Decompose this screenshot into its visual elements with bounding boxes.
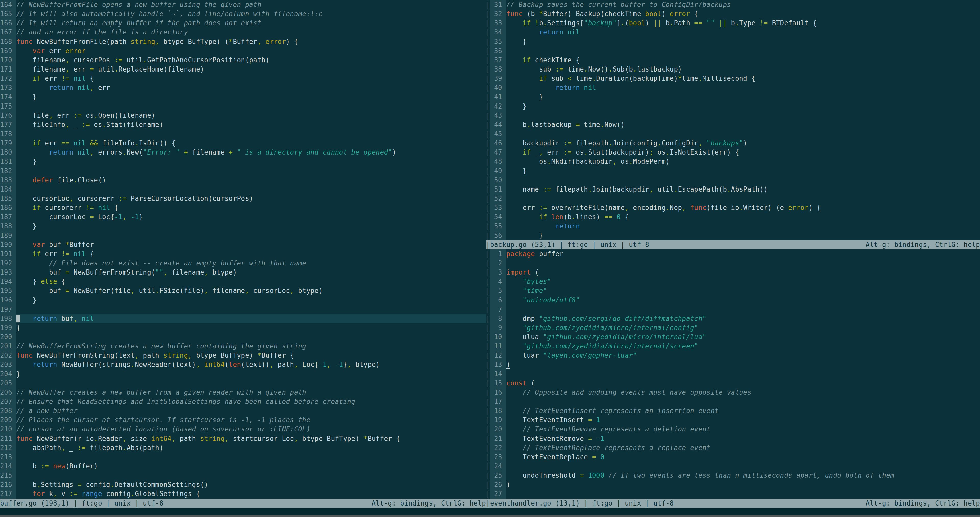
code-line-183[interactable]: 183 defer file.Close() [0, 176, 486, 185]
code-line-172[interactable]: 172 if err != nil { [0, 74, 486, 83]
code-line-203[interactable]: 203 return NewBuffer(strings.NewReader(t… [0, 360, 486, 369]
code-line-53[interactable]: | 53 err := overwriteFile(name, encoding… [486, 203, 980, 212]
code-line-41[interactable]: | 41 } [486, 92, 980, 101]
code-line-35[interactable]: | 35 } [486, 37, 980, 46]
code-line-188[interactable]: 188 } [0, 222, 486, 231]
code-line-49[interactable]: | 49 } [486, 166, 980, 176]
code-line-40[interactable]: | 40 return nil [486, 83, 980, 92]
code-line-56[interactable]: | 56 } [486, 231, 980, 240]
code-line-36[interactable]: | 36 [486, 46, 980, 56]
code-line-174[interactable]: 174 } [0, 92, 486, 101]
code-line-55[interactable]: | 55 return [486, 222, 980, 231]
code-line-52[interactable]: | 52 [486, 194, 980, 203]
code-line-185[interactable]: 185 cursorLoc, cursorerr := ParseCursorL… [0, 194, 486, 203]
code-line-184[interactable]: 184 [0, 185, 486, 194]
code-line-42[interactable]: | 42 } [486, 102, 980, 111]
code-line-211[interactable]: 211 func NewBuffer(r io.Reader, size int… [0, 434, 486, 443]
code-line-38[interactable]: | 38 sub := time.Now().Sub(b.lastbackup) [486, 65, 980, 74]
code-line-5[interactable]: | 5 "time" [486, 286, 980, 295]
code-line-17[interactable]: | 17 [486, 397, 980, 406]
code-line-175[interactable]: 175 [0, 102, 486, 111]
code-line-173[interactable]: 173 return nil, err [0, 83, 486, 92]
code-line-186[interactable]: 186 if cursorerr != nil { [0, 203, 486, 212]
code-line-193[interactable]: 193 buf = NewBufferFromString("", filena… [0, 268, 486, 277]
code-line-45[interactable]: | 45 [486, 129, 980, 139]
code-line-48[interactable]: | 48 os.Mkdir(backupdir, os.ModePerm) [486, 157, 980, 166]
code-line-19[interactable]: | 19 TextEventInsert = 1 [486, 415, 980, 424]
code-line-11[interactable]: | 11 "github.com/zyedidia/micro/internal… [486, 341, 980, 351]
code-line-190[interactable]: 190 var buf *Buffer [0, 240, 486, 249]
code-line-178[interactable]: 178 [0, 129, 486, 139]
code-line-54[interactable]: | 54 if len(b.lines) == 0 { [486, 212, 980, 222]
command-line[interactable] [0, 508, 980, 515]
code-line-191[interactable]: 191 if err != nil { [0, 249, 486, 258]
code-line-1[interactable]: | 1 package buffer [486, 249, 980, 258]
code-line-14[interactable]: | 14 [486, 369, 980, 378]
code-line-206[interactable]: 206 // NewBuffer creates a new buffer fr… [0, 388, 486, 397]
code-line-50[interactable]: | 50 [486, 176, 980, 185]
code-line-33[interactable]: | 33 if !b.Settings["backup"].(bool) || … [486, 18, 980, 27]
pane-buffer-go[interactable]: 164 // NewBufferFromFile opens a new buf… [0, 0, 486, 499]
code-line-212[interactable]: 212 absPath, _ := filepath.Abs(path) [0, 443, 486, 452]
code-line-46[interactable]: | 46 backupdir := filepath.Join(config.C… [486, 139, 980, 148]
code-line-164[interactable]: 164 // NewBufferFromFile opens a new buf… [0, 0, 486, 9]
code-line-171[interactable]: 171 filename, err = util.ReplaceHome(fil… [0, 65, 486, 74]
code-line-179[interactable]: 179 if err == nil && fileInfo.IsDir() { [0, 139, 486, 148]
code-line-199[interactable]: 199 } [0, 323, 486, 332]
code-line-216[interactable]: 216 b.Settings = config.DefaultCommonSet… [0, 480, 486, 489]
code-line-200[interactable]: 200 [0, 332, 486, 341]
code-line-24[interactable]: | 24 [486, 461, 980, 471]
code-line-7[interactable]: | 7 [486, 305, 980, 314]
code-line-176[interactable]: 176 file, err := os.Open(filename) [0, 111, 486, 120]
code-line-166[interactable]: 166 // It will return an empty buffer if… [0, 18, 486, 27]
code-line-167[interactable]: 167 // and an error if the file is a dir… [0, 27, 486, 37]
code-line-168[interactable]: 168 func NewBufferFromFile(path string, … [0, 37, 486, 46]
code-line-34[interactable]: | 34 return nil [486, 27, 980, 37]
code-line-215[interactable]: 215 [0, 471, 486, 480]
code-line-16[interactable]: | 16 // Opposite and undoing events must… [486, 388, 980, 397]
code-line-8[interactable]: | 8 dmp "github.com/sergi/go-diff/diffma… [486, 314, 980, 323]
code-line-21[interactable]: | 21 TextEventRemove = -1 [486, 434, 980, 443]
code-line-205[interactable]: 205 [0, 378, 486, 388]
code-line-213[interactable]: 213 [0, 452, 486, 461]
code-line-4[interactable]: | 4 "bytes" [486, 277, 980, 286]
code-line-204[interactable]: 204 } [0, 369, 486, 378]
code-line-202[interactable]: 202 func NewBufferFromString(text, path … [0, 351, 486, 360]
code-line-187[interactable]: 187 cursorLoc = Loc{-1, -1} [0, 212, 486, 222]
code-line-197[interactable]: 197 [0, 305, 486, 314]
code-line-209[interactable]: 209 // Places the cursor at startcursor.… [0, 415, 486, 424]
code-line-2[interactable]: | 2 [486, 258, 980, 268]
code-line-13[interactable]: | 13 ) [486, 360, 980, 369]
code-line-165[interactable]: 165 // It will also automatically handle… [0, 9, 486, 18]
code-line-194[interactable]: 194 } else { [0, 277, 486, 286]
code-line-181[interactable]: 181 } [0, 157, 486, 166]
code-line-207[interactable]: 207 // Ensure that ReadSettings and Init… [0, 397, 486, 406]
code-line-169[interactable]: 169 var err error [0, 46, 486, 56]
code-line-22[interactable]: | 22 // TextEventReplace represents a re… [486, 443, 980, 452]
code-line-39[interactable]: | 39 if sub < time.Duration(backupTime)*… [486, 74, 980, 83]
code-line-37[interactable]: | 37 if checkTime { [486, 56, 980, 65]
code-line-43[interactable]: | 43 [486, 111, 980, 120]
code-line-20[interactable]: | 20 // TextEventRemove represents a del… [486, 424, 980, 434]
code-line-189[interactable]: 189 [0, 231, 486, 240]
pane-eventhandler-go[interactable]: | 1 package buffer| 2 | 3 import (| 4 "b… [486, 249, 980, 499]
code-line-10[interactable]: | 10 ulua "github.com/zyedidia/micro/int… [486, 332, 980, 341]
code-line-177[interactable]: 177 fileInfo, _ := os.Stat(filename) [0, 120, 486, 129]
code-line-27[interactable]: | 27 [486, 489, 980, 498]
code-line-210[interactable]: 210 // cursor at an autodetected locatio… [0, 424, 486, 434]
code-line-6[interactable]: | 6 "unicode/utf8" [486, 295, 980, 305]
code-line-18[interactable]: | 18 // TextEventInsert represents an in… [486, 406, 980, 415]
code-line-208[interactable]: 208 // a new buffer [0, 406, 486, 415]
code-line-198[interactable]: 198 return buf, nil [0, 314, 486, 323]
code-line-201[interactable]: 201 // NewBufferFromString creates a new… [0, 341, 486, 351]
code-line-26[interactable]: | 26 ) [486, 480, 980, 489]
code-line-32[interactable]: | 32 func (b *Buffer) Backup(checkTime b… [486, 9, 980, 18]
pane-backup-go[interactable]: | 31 // Backup saves the current buffer … [486, 0, 980, 240]
code-line-196[interactable]: 196 } [0, 295, 486, 305]
code-line-51[interactable]: | 51 name := filepath.Join(backupdir, ut… [486, 185, 980, 194]
code-line-192[interactable]: 192 // File does not exist -- create an … [0, 258, 486, 268]
code-line-195[interactable]: 195 buf = NewBuffer(file, util.FSize(fil… [0, 286, 486, 295]
code-line-170[interactable]: 170 filename, cursorPos := util.GetPathA… [0, 56, 486, 65]
code-line-25[interactable]: | 25 undoThreshold = 1000 // If two even… [486, 471, 980, 480]
code-line-3[interactable]: | 3 import ( [486, 268, 980, 277]
